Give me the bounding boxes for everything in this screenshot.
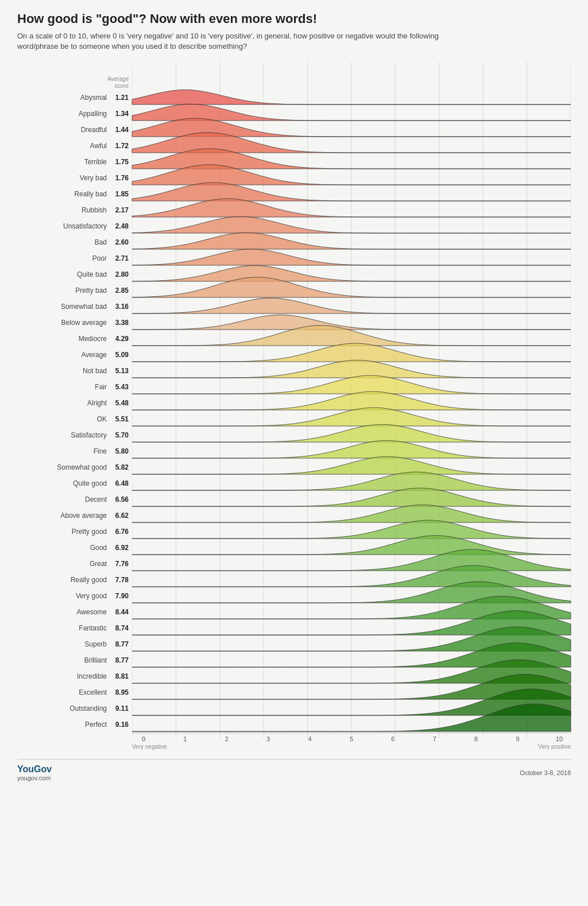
x-tick: 0 <box>132 735 155 742</box>
word-label: OK <box>17 415 109 423</box>
score-label: 3.16 <box>109 303 129 311</box>
label-row: Below average3.38 <box>17 315 132 331</box>
score-label: 1.72 <box>109 142 129 150</box>
label-row: Decent6.56 <box>17 491 132 508</box>
score-label: 1.75 <box>109 158 129 166</box>
label-row: Outstanding9.11 <box>17 700 132 717</box>
x-labels: Very negative Very positive <box>132 744 571 750</box>
score-label: 1.76 <box>109 174 129 182</box>
word-label: Fair <box>17 383 109 391</box>
label-row: Excellent8.95 <box>17 684 132 700</box>
x-tick: 8 <box>465 735 488 742</box>
label-row: Somewhat good5.82 <box>17 459 132 475</box>
score-label: 3.38 <box>109 319 129 327</box>
score-label: 7.76 <box>109 560 129 568</box>
word-label: Terrible <box>17 158 109 166</box>
word-label: Really good <box>17 576 109 584</box>
label-row: Quite bad2.80 <box>17 266 132 282</box>
x-tick: 4 <box>299 735 322 742</box>
label-row: Somewhat bad3.16 <box>17 299 132 315</box>
chart-area: Averagescore Abysmal1.21Appalling1.34Dre… <box>17 62 571 750</box>
word-label: Very good <box>17 592 109 600</box>
label-row: Very good7.90 <box>17 588 132 604</box>
word-label: Above average <box>17 512 109 520</box>
label-row: Really bad1.85 <box>17 186 132 202</box>
word-label: Awful <box>17 142 109 150</box>
score-label: 1.85 <box>109 190 129 198</box>
ridge-svg <box>132 694 571 735</box>
avg-score-label: Averagescore <box>107 76 129 90</box>
score-label: 1.44 <box>109 126 129 134</box>
x-tick: 10 <box>548 735 571 742</box>
score-label: 5.43 <box>109 383 129 391</box>
x-label-very-negative: Very negative <box>132 744 178 750</box>
score-label: 6.56 <box>109 495 129 504</box>
word-label: Somewhat good <box>17 463 109 471</box>
score-label: 2.80 <box>109 270 129 278</box>
ridgeline-column <box>132 62 571 733</box>
score-label: 6.92 <box>109 544 129 552</box>
word-label: Somewhat bad <box>17 303 109 311</box>
word-label: Not bad <box>17 367 109 375</box>
score-label: 5.09 <box>109 351 129 359</box>
word-label: Below average <box>17 319 109 327</box>
score-label: 2.60 <box>109 238 129 246</box>
score-label: 5.51 <box>109 415 129 423</box>
x-tick: 6 <box>381 735 404 742</box>
score-label: 2.71 <box>109 254 129 262</box>
label-header: Averagescore <box>17 62 132 90</box>
label-row: Awful1.72 <box>17 138 132 154</box>
score-label: 6.62 <box>109 512 129 520</box>
label-row: Fine5.80 <box>17 443 132 459</box>
label-row: Very bad1.76 <box>17 170 132 186</box>
score-label: 5.70 <box>109 431 129 439</box>
label-row: Incredible8.81 <box>17 668 132 684</box>
label-row: Superb8.77 <box>17 636 132 652</box>
word-label: Dreadful <box>17 126 109 134</box>
score-label: 4.29 <box>109 335 129 343</box>
label-row: Not bad5.13 <box>17 363 132 379</box>
label-row: Terrible1.75 <box>17 154 132 170</box>
label-row: Alright5.48 <box>17 395 132 411</box>
label-row: Bad2.60 <box>17 234 132 250</box>
word-label: Quite bad <box>17 270 109 278</box>
x-tick: 5 <box>340 735 363 742</box>
word-label: Satisfactory <box>17 431 109 439</box>
score-label: 6.48 <box>109 479 129 487</box>
chart-title: How good is "good"? Now with even more w… <box>17 11 571 26</box>
label-row: Poor2.71 <box>17 250 132 266</box>
score-label: 2.85 <box>109 286 129 295</box>
score-label: 5.48 <box>109 399 129 407</box>
word-label: Alright <box>17 399 109 407</box>
x-tick: 2 <box>215 735 238 742</box>
score-label: 5.13 <box>109 367 129 375</box>
word-label: Really bad <box>17 190 109 198</box>
word-label: Mediocre <box>17 335 109 343</box>
score-label: 7.90 <box>109 592 129 600</box>
word-label: Appalling <box>17 110 109 118</box>
score-label: 1.34 <box>109 110 129 118</box>
label-row: Dreadful1.44 <box>17 122 132 138</box>
word-label: Awesome <box>17 608 109 616</box>
score-label: 8.74 <box>109 624 129 632</box>
main-container: How good is "good"? Now with even more w… <box>0 0 588 799</box>
label-row: Brilliant8.77 <box>17 652 132 668</box>
label-row: Great7.76 <box>17 556 132 572</box>
score-label: 2.48 <box>109 222 129 230</box>
label-row: Pretty good6.76 <box>17 524 132 540</box>
label-row: Perfect9.16 <box>17 717 132 733</box>
word-label: Superb <box>17 640 109 648</box>
word-label: Poor <box>17 254 109 262</box>
score-label: 2.17 <box>109 206 129 214</box>
x-tick: 9 <box>506 735 529 742</box>
word-label: Rubbish <box>17 206 109 214</box>
word-label: Quite good <box>17 479 109 487</box>
score-label: 8.81 <box>109 672 129 680</box>
chart-wrapper: Averagescore Abysmal1.21Appalling1.34Dre… <box>17 62 571 733</box>
label-row: Above average6.62 <box>17 508 132 524</box>
label-row: Quite good6.48 <box>17 475 132 491</box>
label-row: Fantastic8.74 <box>17 620 132 636</box>
x-tick: 3 <box>257 735 280 742</box>
x-label-very-positive: Very positive <box>525 744 571 750</box>
label-row: Appalling1.34 <box>17 106 132 122</box>
